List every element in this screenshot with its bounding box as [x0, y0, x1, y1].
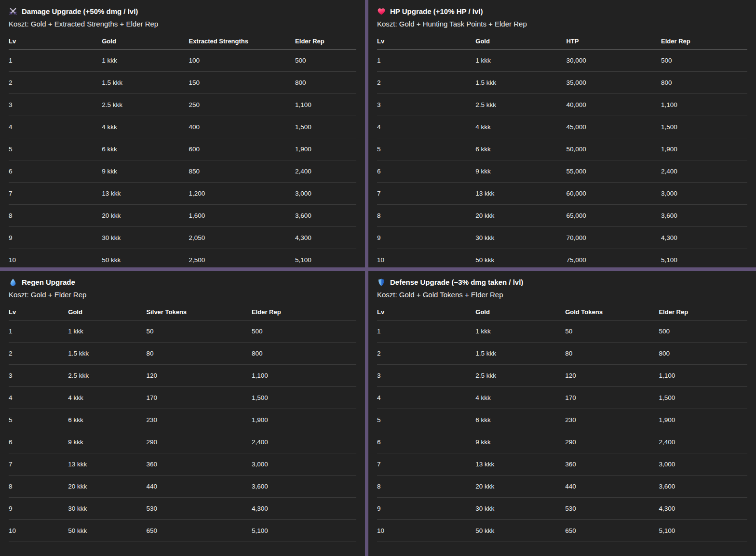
table-row: 69 kkk8502,400	[9, 160, 356, 183]
vertical-divider	[365, 0, 368, 556]
table-row: 21.5 kkk35,000800	[377, 72, 747, 94]
table-row: 69 kkk2902,400	[9, 431, 356, 453]
cell: 800	[659, 350, 747, 357]
panel-title: HP Upgrade (+10% HP / lvl)	[377, 6, 747, 17]
cell: 1 kkk	[475, 57, 566, 64]
cell: 120	[565, 372, 659, 379]
cell: 3,600	[252, 483, 356, 490]
cell: 1,500	[252, 394, 356, 401]
cell: 500	[295, 57, 356, 64]
cell: 6 kkk	[475, 416, 565, 424]
cell: 6	[9, 168, 102, 175]
cell: 120	[147, 372, 252, 379]
cell: 9 kkk	[68, 438, 146, 446]
cell: 2,500	[189, 256, 295, 264]
cell: 3,000	[659, 461, 747, 468]
panel-subtitle: Koszt: Gold + Hunting Task Points + Elde…	[377, 19, 747, 29]
cell: 2,400	[661, 168, 747, 175]
table-row: 1050 kkk2,5005,100	[9, 249, 356, 267]
cell: 2.5 kkk	[102, 101, 189, 108]
table-row: 21.5 kkk150800	[9, 72, 356, 94]
cell: 4 kkk	[475, 394, 565, 401]
cell: 4,300	[295, 234, 356, 241]
column-header: Extracted Strengths	[189, 29, 295, 49]
cell: 7	[9, 190, 102, 197]
cell: 3,600	[295, 212, 356, 219]
cell: 9	[9, 505, 68, 512]
cell: 35,000	[566, 79, 661, 86]
cell: 1,100	[295, 101, 356, 108]
regen-upgrade-table: LvGoldSilver TokensElder Rep11 kkk505002…	[9, 300, 356, 556]
table-bottom-border	[377, 542, 747, 556]
cell: 7	[377, 190, 475, 197]
cell: 40,000	[566, 101, 661, 108]
cell: 1,900	[252, 416, 356, 424]
table-row: 56 kkk50,0001,900	[377, 138, 747, 160]
table-header-row: LvGoldSilver TokensElder Rep	[9, 300, 356, 320]
cell: 3,000	[252, 461, 356, 468]
cell: 1 kkk	[475, 328, 565, 335]
cell: 2,400	[295, 168, 356, 175]
cell: 6 kkk	[475, 146, 566, 153]
cell: 5,100	[252, 527, 356, 534]
table-row: 44 kkk4001,500	[9, 116, 356, 138]
cell: 13 kkk	[102, 190, 189, 197]
table-row: 69 kkk55,0002,400	[377, 160, 747, 183]
cell: 360	[147, 461, 252, 468]
cell: 9 kkk	[102, 168, 189, 175]
column-header: Gold	[102, 29, 189, 49]
cell: 1,200	[189, 190, 295, 197]
cell: 1,900	[661, 146, 747, 153]
cell: 5	[9, 146, 102, 153]
cell: 8	[9, 212, 102, 219]
panel-defense-upgrade: Defense Upgrade (−3% dmg taken / lvl) Ko…	[368, 271, 756, 556]
cell: 9	[9, 234, 102, 241]
cell: 230	[565, 416, 659, 424]
cell: 8	[377, 212, 475, 219]
cell: 650	[565, 527, 659, 534]
cell: 1,100	[661, 101, 747, 108]
table-row: 930 kkk5304,300	[9, 498, 356, 520]
column-header: Gold	[475, 29, 566, 49]
cell: 1,600	[189, 212, 295, 219]
table-row: 713 kkk3603,000	[9, 453, 356, 476]
panel-title: Regen Upgrade	[9, 277, 356, 288]
cell: 50 kkk	[102, 256, 189, 264]
cell: 2,050	[189, 234, 295, 241]
column-header: Elder Rep	[295, 29, 356, 49]
cell: 4	[9, 123, 102, 131]
cell: 45,000	[566, 123, 661, 131]
cell: 400	[189, 123, 295, 131]
cell: 13 kkk	[68, 461, 146, 468]
column-header: Elder Rep	[659, 300, 747, 320]
table-header-row: LvGoldGold TokensElder Rep	[377, 300, 747, 320]
table-row: 820 kkk4403,600	[377, 476, 747, 498]
column-header: Silver Tokens	[147, 300, 252, 320]
cell: 13 kkk	[475, 461, 565, 468]
column-header: HTP	[566, 29, 661, 49]
table-row: 1050 kkk6505,100	[377, 520, 747, 542]
table-row: 1050 kkk75,0005,100	[377, 249, 747, 267]
cell: 30 kkk	[475, 234, 566, 241]
cell: 3,000	[295, 190, 356, 197]
cell: 530	[147, 505, 252, 512]
cell: 10	[377, 256, 475, 264]
cell: 10	[9, 256, 102, 264]
cell: 600	[189, 146, 295, 153]
table-row: 44 kkk1701,500	[9, 387, 356, 409]
cell: 250	[189, 101, 295, 108]
table-row: 69 kkk2902,400	[377, 431, 747, 453]
table-row: 11 kkk30,000500	[377, 50, 747, 72]
cell: 4	[9, 394, 68, 401]
cell: 5,100	[661, 256, 747, 264]
damage-upgrade-table: LvGoldExtracted StrengthsElder Rep11 kkk…	[9, 29, 356, 267]
cell: 30 kkk	[68, 505, 146, 512]
cell: 1,500	[295, 123, 356, 131]
cell: 290	[147, 438, 252, 446]
cell: 1,500	[661, 123, 747, 131]
table-row: 32.5 kkk40,0001,100	[377, 94, 747, 116]
cell: 500	[252, 328, 356, 335]
table-row: 21.5 kkk80800	[377, 343, 747, 365]
cell: 7	[9, 461, 68, 468]
cell: 800	[661, 79, 747, 86]
